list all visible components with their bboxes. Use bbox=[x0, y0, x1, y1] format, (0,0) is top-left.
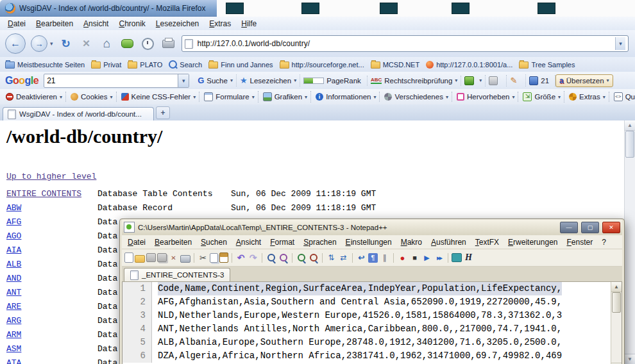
url-input[interactable] bbox=[196, 38, 612, 49]
toolbar-icon[interactable] bbox=[352, 253, 353, 263]
menu-item[interactable]: Chronik bbox=[114, 18, 150, 29]
bookmark-item[interactable]: MCSD.NET bbox=[371, 60, 419, 69]
print-button[interactable] bbox=[161, 36, 176, 51]
toolbar-icon[interactable] bbox=[356, 252, 367, 263]
minimize-button[interactable]: — bbox=[560, 222, 578, 233]
toolbar-icon[interactable] bbox=[322, 253, 323, 263]
webdev-item[interactable]: Hervorheben ▾ bbox=[453, 92, 519, 102]
editor-line[interactable]: 2AFG,Afghanistan,Asia,Southern and Centr… bbox=[123, 295, 622, 309]
url-dropdown-icon[interactable]: ▾ bbox=[615, 37, 625, 50]
reload-button[interactable]: ↻ bbox=[58, 36, 74, 51]
back-button[interactable]: ← bbox=[5, 33, 26, 54]
google-toolbar-button[interactable]: Suche ▾ bbox=[194, 74, 237, 87]
toolbar-icon[interactable] bbox=[292, 253, 292, 263]
menu-item[interactable]: Fenster bbox=[562, 236, 597, 248]
scroll-down-icon[interactable]: ▼ bbox=[625, 354, 635, 364]
toolbar-icon[interactable] bbox=[421, 252, 432, 263]
menu-item[interactable]: Extras bbox=[204, 18, 236, 29]
toolbar-icon[interactable] bbox=[448, 253, 448, 263]
menu-item[interactable]: Bearbeiten bbox=[150, 236, 196, 248]
forward-button[interactable]: → bbox=[31, 35, 47, 52]
toolbar-icon[interactable] bbox=[194, 253, 194, 263]
bookmark-item[interactable]: Search bbox=[169, 60, 202, 69]
google-toolbar-button[interactable]: 21 bbox=[526, 75, 555, 87]
menu-item[interactable]: ? bbox=[597, 236, 611, 248]
bookmark-item[interactable]: http://127.0.0.1:8001/a... bbox=[426, 61, 512, 69]
menu-item[interactable]: Lesezeichen bbox=[151, 18, 204, 29]
toolbar-icon[interactable] bbox=[168, 252, 179, 263]
toolbar-icon[interactable] bbox=[308, 252, 319, 263]
toolbar-icon[interactable] bbox=[180, 255, 190, 263]
feed-button[interactable] bbox=[120, 36, 135, 51]
menu-item[interactable]: Hilfe bbox=[236, 18, 262, 29]
editor-area[interactable]: 1Code,Name,Continent,Region,SurfaceArea,… bbox=[122, 282, 622, 364]
toolbar-icon[interactable] bbox=[248, 252, 258, 263]
history-clock-button[interactable] bbox=[140, 36, 156, 51]
toolbar-icon[interactable] bbox=[326, 252, 337, 263]
toolbar-icon[interactable] bbox=[338, 252, 349, 263]
editor-line[interactable]: 6DZA,Algeria,Africa,Northern Africa,2381… bbox=[123, 349, 622, 363]
menu-item[interactable]: Format bbox=[266, 236, 299, 248]
toolbar-icon[interactable] bbox=[278, 252, 289, 263]
toolbar-icon[interactable] bbox=[146, 253, 156, 262]
toolbar-icon[interactable] bbox=[434, 252, 444, 263]
toolbar-icon[interactable] bbox=[379, 252, 390, 263]
toolbar-icon[interactable] bbox=[157, 253, 167, 262]
document-tab[interactable]: _ENTIRE_CONTENTS-3 bbox=[124, 268, 230, 281]
bookmark-item[interactable]: http://sourceforge.net... bbox=[280, 60, 364, 69]
editor-line[interactable]: 4ANT,Netherlands Antilles,North America,… bbox=[123, 322, 622, 336]
entry-link[interactable]: ARM bbox=[6, 328, 97, 342]
entry-link[interactable]: ATA bbox=[6, 356, 97, 364]
stop-button[interactable]: ✕ bbox=[79, 36, 94, 51]
entry-link[interactable]: ANT bbox=[6, 286, 97, 300]
webdev-item[interactable]: Quellte bbox=[611, 91, 635, 103]
scrollbar-thumb[interactable] bbox=[625, 131, 634, 158]
notepadpp-titlebar[interactable]: C:\Users\Martin\AppData\Local\Temp\_ENTI… bbox=[122, 219, 622, 235]
toolbar-icon[interactable] bbox=[210, 253, 218, 263]
menu-item[interactable]: Erweiterungen bbox=[504, 236, 562, 248]
entry-link[interactable]: AIA bbox=[6, 244, 97, 258]
toolbar-icon[interactable] bbox=[397, 252, 408, 263]
toolbar-icon[interactable] bbox=[266, 252, 276, 263]
toolbar-icon[interactable] bbox=[296, 252, 307, 263]
toolbar-icon[interactable] bbox=[124, 252, 133, 263]
menu-item[interactable]: Makro bbox=[396, 236, 427, 248]
google-toolbar-button[interactable]: Rechtschreibprüfung ▾ bbox=[368, 76, 461, 86]
webdev-item[interactable]: Extras ▾ bbox=[566, 92, 609, 102]
toolbar-icon[interactable] bbox=[393, 253, 394, 263]
webdev-item[interactable]: Größe ▾ bbox=[520, 91, 564, 103]
entry-link[interactable]: ABW bbox=[6, 201, 97, 215]
webdev-item[interactable]: Grafiken ▾ bbox=[260, 91, 311, 103]
webdev-item[interactable]: Informationen ▾ bbox=[312, 92, 380, 102]
webdev-item[interactable]: Formulare ▾ bbox=[201, 91, 258, 103]
webdev-item[interactable]: Deaktivieren ▾ bbox=[3, 92, 66, 102]
editor-scrollbar[interactable]: ▲ ▼ bbox=[611, 282, 622, 364]
editor-line[interactable]: 1Code,Name,Continent,Region,SurfaceArea,… bbox=[123, 282, 622, 295]
menu-item[interactable]: Ansicht bbox=[78, 18, 114, 29]
browser-tab[interactable]: WsgiDAV - Index of /world-db/count... bbox=[3, 107, 154, 120]
toolbar-icon[interactable] bbox=[409, 252, 420, 263]
address-bar[interactable]: ▾ bbox=[182, 35, 629, 52]
menu-item[interactable]: Datei bbox=[3, 18, 31, 29]
bookmark-item[interactable]: PLATO bbox=[128, 60, 162, 69]
menu-item[interactable]: Ausführen bbox=[427, 236, 471, 248]
entry-link[interactable]: ENTIRE CONTENTS bbox=[6, 187, 97, 201]
browser-scrollbar[interactable]: ▲ ▼ bbox=[624, 120, 635, 364]
menu-item[interactable]: Einstellungen bbox=[341, 236, 396, 248]
home-button[interactable]: ⌂ bbox=[99, 36, 115, 51]
toolbar-icon[interactable] bbox=[198, 252, 208, 263]
webdev-item[interactable]: Verschiedenes ▾ bbox=[381, 92, 452, 102]
entry-link[interactable]: ALB bbox=[6, 258, 97, 272]
history-dropdown-icon[interactable]: ▾ bbox=[50, 40, 53, 47]
entry-link[interactable]: ARE bbox=[6, 300, 97, 314]
google-search-box[interactable]: ▾ bbox=[44, 74, 189, 88]
editor-line[interactable]: 3NLD,Netherlands,Europe,Western Europe,4… bbox=[123, 309, 622, 322]
scroll-up-icon[interactable]: ▲ bbox=[611, 282, 622, 292]
bookmark-item[interactable]: Tree Samples bbox=[519, 60, 575, 69]
scroll-up-icon[interactable]: ▲ bbox=[625, 120, 635, 131]
menu-item[interactable]: Ansicht bbox=[232, 236, 266, 248]
maximize-button[interactable]: ▢ bbox=[581, 222, 599, 233]
google-toolbar-button[interactable] bbox=[486, 75, 507, 87]
google-toolbar-button[interactable]: PageRank bbox=[300, 76, 368, 86]
entry-link[interactable]: ASM bbox=[6, 342, 97, 356]
